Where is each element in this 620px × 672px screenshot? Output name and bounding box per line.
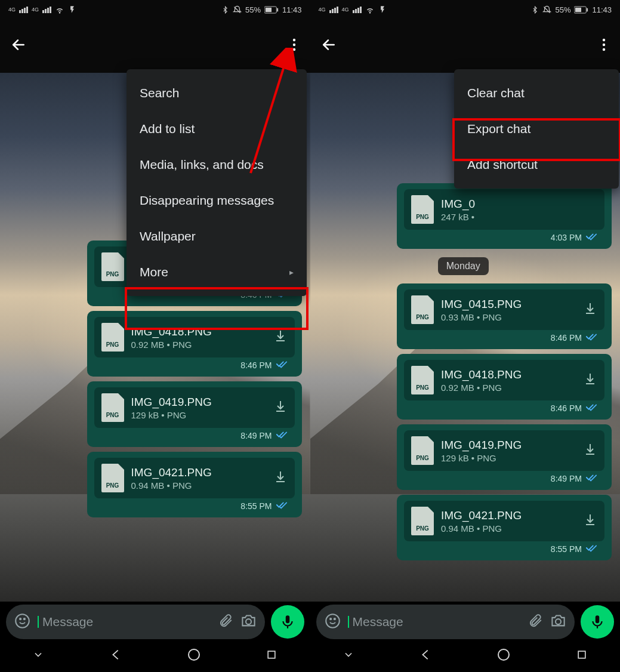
file-attachment[interactable]: PNG IMG_0 247 kB • — [404, 189, 604, 230]
nav-recent-icon[interactable] — [576, 649, 588, 663]
menu-item-media[interactable]: Media, links, and docs — [127, 147, 307, 183]
file-attachment[interactable]: PNG IMG_0419.PNG 129 kB • PNG — [404, 430, 604, 471]
more-options-button[interactable] — [289, 35, 300, 57]
file-attachment[interactable]: PNG IMG_0415.PNG 0.93 MB • PNG — [404, 289, 604, 330]
read-checks-icon — [585, 232, 597, 243]
network-indicator-2: 4G — [342, 7, 349, 13]
file-name: IMG_0418.PNG — [131, 325, 266, 338]
download-icon[interactable] — [583, 513, 597, 529]
file-meta: 0.92 MB • PNG — [131, 340, 266, 350]
message-bubble[interactable]: PNG IMG_0419.PNG 129 kB • PNG 8:49 PM — [87, 381, 302, 447]
svg-point-16 — [369, 13, 370, 13]
nav-home-icon[interactable] — [187, 648, 201, 664]
message-time: 8:46 PM — [240, 360, 272, 370]
topbar — [310, 19, 621, 73]
emoji-icon[interactable] — [325, 613, 341, 631]
message-input-container[interactable]: Message — [316, 605, 575, 639]
file-attachment[interactable]: PNG IMG_0418.PNG 0.92 MB • PNG — [404, 360, 604, 400]
svg-point-21 — [603, 39, 605, 41]
download-icon[interactable] — [583, 442, 597, 459]
message-bubble[interactable]: PNG IMG_0421.PNG 0.94 MB • PNG 8:55 PM — [397, 495, 612, 560]
nav-bar — [0, 640, 310, 672]
message-bubble[interactable]: PNG IMG_0415.PNG 0.93 MB • PNG 8:46 PM — [397, 283, 612, 349]
nav-home-icon[interactable] — [496, 648, 511, 664]
download-icon[interactable] — [273, 399, 288, 416]
svg-point-23 — [603, 48, 605, 51]
battery-percent: 55% — [245, 5, 261, 14]
svg-point-25 — [330, 618, 331, 619]
svg-rect-18 — [575, 7, 581, 11]
attach-icon[interactable] — [528, 613, 543, 631]
menu-item-add-to-list[interactable]: Add to list — [127, 111, 307, 147]
nav-back-icon[interactable] — [109, 648, 122, 664]
wifi-icon — [55, 5, 64, 14]
charging-icon — [378, 5, 387, 14]
svg-rect-30 — [578, 651, 585, 658]
menu-item-export-chat[interactable]: Export chat — [454, 111, 619, 147]
more-options-button[interactable] — [599, 35, 609, 57]
svg-rect-3 — [277, 8, 278, 11]
topbar — [0, 19, 310, 73]
download-icon[interactable] — [273, 470, 288, 486]
file-attachment[interactable]: PNG IMG_0418.PNG 0.92 MB • PNG — [94, 317, 295, 357]
file-name: IMG_0421.PNG — [131, 466, 266, 479]
message-bubble[interactable]: PNG IMG_0418.PNG 0.92 MB • PNG 8:46 PM — [397, 354, 612, 420]
svg-point-5 — [292, 39, 295, 41]
menu-item-disappearing[interactable]: Disappearing messages — [127, 183, 307, 218]
file-attachment[interactable]: PNG IMG_0421.PNG 0.94 MB • PNG — [404, 501, 604, 541]
menu-item-more[interactable]: More▸ — [127, 254, 307, 290]
voice-record-button[interactable] — [581, 605, 614, 639]
network-indicator: 4G — [319, 7, 326, 13]
file-attachment[interactable]: PNG IMG_0421.PNG 0.94 MB • PNG — [94, 458, 295, 498]
file-name: IMG_0421.PNG — [441, 509, 576, 522]
emoji-icon[interactable] — [14, 613, 30, 631]
svg-point-10 — [20, 618, 21, 619]
nav-recent-icon[interactable] — [266, 649, 277, 663]
message-bubble[interactable]: PNG IMG_0419.PNG 129 kB • PNG 8:49 PM — [397, 424, 612, 490]
camera-icon[interactable] — [550, 613, 566, 631]
message-input[interactable]: Message — [38, 615, 211, 629]
nav-dropdown-icon[interactable] — [32, 649, 44, 663]
message-input-container[interactable]: Message — [6, 605, 265, 639]
nav-dropdown-icon[interactable] — [343, 649, 354, 663]
file-png-icon: PNG — [101, 464, 124, 492]
menu-item-search[interactable]: Search — [127, 75, 307, 111]
status-right: 55% 11:43 — [221, 5, 302, 14]
file-png-icon: PNG — [411, 195, 434, 224]
download-icon[interactable] — [583, 301, 597, 318]
menu-item-wallpaper[interactable]: Wallpaper — [127, 218, 307, 254]
message-bubble[interactable]: PNG IMG_0 247 kB • 4:03 PM — [397, 183, 612, 249]
message-bubble[interactable]: PNG IMG_0421.PNG 0.94 MB • PNG 8:55 PM — [87, 452, 302, 517]
file-meta: 129 kB • PNG — [131, 410, 266, 420]
nav-bar — [310, 640, 621, 672]
menu-item-clear-chat[interactable]: Clear chat — [454, 75, 619, 111]
download-icon[interactable] — [273, 329, 288, 346]
message-time: 8:55 PM — [551, 544, 582, 554]
charging-icon — [68, 5, 76, 14]
message-time: 8:49 PM — [551, 474, 582, 483]
signal-icon-2 — [42, 7, 51, 13]
svg-rect-2 — [266, 7, 272, 11]
file-png-icon: PNG — [101, 323, 124, 352]
back-button[interactable] — [321, 37, 337, 55]
read-checks-icon — [585, 332, 597, 343]
attach-icon[interactable] — [218, 613, 233, 631]
nav-back-icon[interactable] — [419, 648, 432, 664]
status-right: 55% 11:43 — [531, 5, 612, 14]
back-button[interactable] — [11, 37, 26, 55]
message-bubble[interactable]: PNG IMG_0418.PNG 0.92 MB • PNG 8:46 PM — [87, 311, 302, 377]
svg-rect-15 — [268, 651, 275, 658]
network-indicator-2: 4G — [32, 7, 39, 13]
message-time: 8:55 PM — [240, 501, 272, 511]
phone-right: 4G 4G 55% 11:43 JPG — [310, 0, 621, 672]
menu-item-add-shortcut[interactable]: Add shortcut — [454, 147, 619, 183]
download-icon[interactable] — [583, 372, 597, 389]
message-input[interactable]: Message — [348, 615, 521, 629]
read-checks-icon — [585, 473, 597, 484]
voice-record-button[interactable] — [271, 605, 304, 639]
camera-icon[interactable] — [240, 613, 257, 631]
file-attachment[interactable]: PNG IMG_0419.PNG 129 kB • PNG — [94, 387, 295, 428]
file-png-icon: PNG — [411, 366, 434, 394]
options-menu: Search Add to list Media, links, and doc… — [127, 69, 307, 296]
input-bar: Message — [6, 604, 304, 640]
